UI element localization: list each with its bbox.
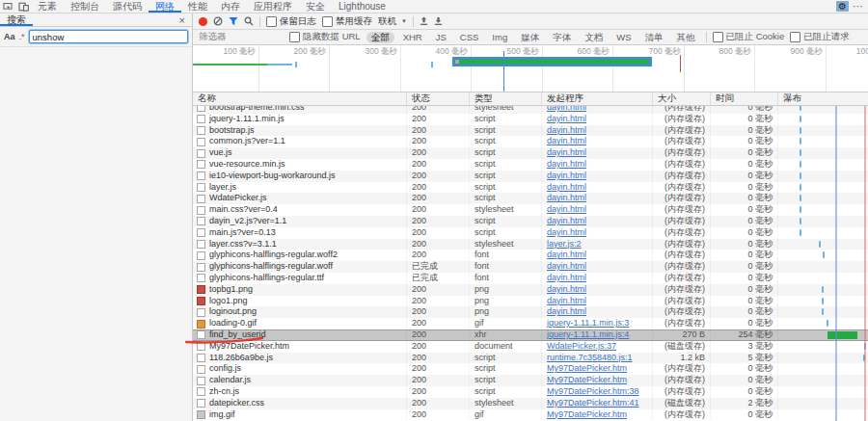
initiator-link[interactable]: layer.js:2	[547, 239, 582, 249]
search-tab[interactable]: 搜索	[0, 13, 33, 26]
request-row[interactable]: datepicker.css200stylesheetMy97DatePicke…	[193, 398, 868, 409]
filter-funnel-icon[interactable]	[229, 16, 238, 26]
filter-pill[interactable]: Img	[487, 32, 512, 43]
request-row[interactable]: glyphicons-halflings-regular.woff已完成font…	[193, 261, 868, 273]
devtools-tab[interactable]: Lighthouse	[332, 0, 393, 13]
initiator-link[interactable]: dayin.html	[547, 306, 586, 316]
initiator-link[interactable]: My97DatePicker.htm:38	[547, 386, 639, 396]
initiator-link[interactable]: dayin.html	[547, 147, 586, 157]
export-har-icon[interactable]	[434, 16, 443, 26]
import-har-icon[interactable]	[420, 16, 428, 26]
devtools-tab[interactable]: 网络	[149, 0, 181, 13]
request-row[interactable]: loginout.png200pngdayin.html(内存缓存)0 毫秒	[193, 306, 868, 318]
request-row[interactable]: find_by_userid200xhrjquery-1.11.1.min.js…	[193, 329, 868, 341]
devtools-tab[interactable]: 控制台	[64, 0, 106, 13]
network-overview[interactable]: 100 毫秒200 毫秒300 毫秒400 毫秒500 毫秒600 毫秒700 …	[193, 45, 868, 92]
request-row[interactable]: common.js?ver=1.1200scriptdayin.html(内存缓…	[193, 136, 868, 147]
filter-pill[interactable]: 其他	[672, 32, 700, 43]
initiator-link[interactable]: dayin.html	[547, 284, 586, 294]
column-header-size[interactable]: 大小	[653, 92, 711, 105]
request-row[interactable]: logo1.png200pngdayin.html(内存缓存)0 毫秒	[193, 296, 868, 307]
initiator-link[interactable]: dayin.html	[547, 193, 586, 202]
initiator-link[interactable]: dayin.html	[547, 204, 586, 214]
devtools-tab[interactable]: 应用程序	[247, 0, 299, 13]
close-icon[interactable]: ×	[173, 14, 192, 26]
initiator-link[interactable]: dayin.html	[547, 250, 586, 259]
request-row[interactable]: dayin_v2.js?ver=1.1200scriptdayin.html(内…	[193, 216, 868, 227]
blocked-cookies-checkbox[interactable]: 已阻止 Cookie	[713, 31, 785, 43]
throttling-dropdown[interactable]: 联机 ▼	[378, 15, 407, 28]
request-row[interactable]: layer.js200scriptdayin.html(内存缓存)0 毫秒	[193, 182, 868, 194]
request-row[interactable]: main.css?ver=0.4200stylesheetdayin.html(…	[193, 204, 868, 216]
initiator-link[interactable]: My97DatePicker.htm	[547, 363, 627, 373]
regex-button[interactable]: .*	[19, 32, 25, 41]
initiator-link[interactable]: dayin.html	[547, 159, 586, 169]
filter-pill[interactable]: 全部	[366, 32, 394, 43]
filter-pill[interactable]: XHR	[398, 32, 427, 43]
initiator-link[interactable]: jquery-1.11.1.min.js:3	[547, 318, 629, 328]
request-row[interactable]: ie10-viewport-bug-workaround.js200script…	[193, 171, 868, 182]
search-icon[interactable]	[244, 16, 254, 26]
disable-cache-checkbox[interactable]: 禁用缓存	[322, 15, 372, 28]
initiator-link[interactable]: WdatePicker.js:37	[547, 341, 616, 351]
device-toolbar-icon[interactable]	[15, 0, 31, 13]
request-row[interactable]: topbg1.png200pngdayin.html(内存缓存)0 毫秒	[193, 284, 868, 296]
devtools-tab[interactable]: 内存	[214, 0, 247, 13]
initiator-link[interactable]: My97DatePicker.htm	[547, 409, 627, 419]
hide-data-urls-checkbox[interactable]: 隐藏数据 URL	[289, 31, 361, 43]
initiator-link[interactable]: dayin.html	[547, 227, 586, 237]
initiator-link[interactable]: dayin.html	[547, 106, 586, 112]
column-header-initiator[interactable]: 发起程序	[542, 92, 653, 105]
filter-pill[interactable]: WS	[611, 32, 636, 43]
request-row[interactable]: main.js?ver=0.13200scriptdayin.html(内存缓存…	[193, 227, 868, 239]
initiator-link[interactable]: dayin.html	[547, 136, 586, 145]
initiator-link[interactable]: runtime.7c358480.js:1	[547, 353, 633, 362]
request-row[interactable]: zh-cn.js200scriptMy97DatePicker.htm:38(内…	[193, 386, 868, 398]
request-row[interactable]: My97DatePicker.htm200documentWdatePicker…	[193, 341, 868, 353]
column-header-type[interactable]: 类型	[470, 92, 542, 105]
filter-pill[interactable]: CSS	[455, 32, 484, 43]
more-options-icon[interactable]: ⋯	[853, 0, 864, 13]
preserve-log-checkbox[interactable]: 保留日志	[266, 15, 316, 28]
initiator-link[interactable]: dayin.html	[547, 216, 586, 225]
request-row[interactable]: img.gif200gifMy97DatePicker.htm(内存缓存)0 毫…	[193, 409, 868, 421]
request-row[interactable]: glyphicons-halflings-regular.ttf已完成fontd…	[193, 273, 868, 284]
initiator-link[interactable]: dayin.html	[547, 125, 586, 135]
filter-input[interactable]: 筛选器	[199, 31, 284, 43]
request-row[interactable]: 118.26b6a9be.js200scriptruntime.7c358480…	[193, 353, 868, 364]
request-row[interactable]: bootstrap-theme.min.css200stylesheetdayi…	[193, 106, 868, 114]
request-row[interactable]: vue.js200scriptdayin.html(内存缓存)0 毫秒	[193, 147, 868, 159]
initiator-link[interactable]: dayin.html	[547, 273, 586, 282]
filter-pill[interactable]: 字体	[548, 32, 576, 43]
request-row[interactable]: bootstrap.js200scriptdayin.html(内存缓存)0 毫…	[193, 125, 868, 137]
column-header-time[interactable]: 时间	[711, 92, 778, 105]
filter-pill[interactable]: 媒体	[516, 32, 544, 43]
request-row[interactable]: jquery-1.11.1.min.js200scriptdayin.html(…	[193, 114, 868, 125]
request-row[interactable]: layer.css?v=3.1.1200stylesheetlayer.js:2…	[193, 239, 868, 250]
record-icon[interactable]	[199, 17, 207, 26]
match-case-button[interactable]: Aa	[4, 32, 15, 41]
request-row[interactable]: loading-0.gif200gifjquery-1.11.1.min.js:…	[193, 318, 868, 329]
settings-gear-icon[interactable]: ⚙	[836, 1, 849, 12]
initiator-link[interactable]: dayin.html	[547, 182, 586, 192]
initiator-link[interactable]: jquery-1.11.1.min.js:4	[547, 329, 629, 339]
devtools-tab[interactable]: 源代码	[106, 0, 149, 13]
clear-icon[interactable]	[213, 16, 223, 26]
initiator-link[interactable]: dayin.html	[547, 171, 586, 180]
column-header-name[interactable]: 名称	[193, 92, 407, 105]
search-input[interactable]	[29, 30, 188, 43]
filter-pill[interactable]: 文档	[580, 32, 608, 43]
blocked-requests-checkbox[interactable]: 已阻止请求	[790, 31, 850, 43]
initiator-link[interactable]: dayin.html	[547, 296, 586, 305]
filter-pill[interactable]: JS	[431, 32, 451, 43]
devtools-tab[interactable]: 安全	[299, 0, 332, 13]
request-row[interactable]: vue-resource.min.js200scriptdayin.html(内…	[193, 159, 868, 171]
request-row[interactable]: calendar.js200scriptMy97DatePicker.htm(内…	[193, 375, 868, 386]
initiator-link[interactable]: My97DatePicker.htm	[547, 375, 627, 384]
devtools-tab[interactable]: 元素	[31, 0, 64, 13]
initiator-link[interactable]: My97DatePicker.htm:41	[547, 398, 639, 408]
filter-pill[interactable]: 清单	[640, 32, 668, 43]
devtools-tab[interactable]: 性能	[181, 0, 214, 13]
initiator-link[interactable]: dayin.html	[547, 114, 586, 123]
request-row[interactable]: glyphicons-halflings-regular.woff2200fon…	[193, 250, 868, 261]
